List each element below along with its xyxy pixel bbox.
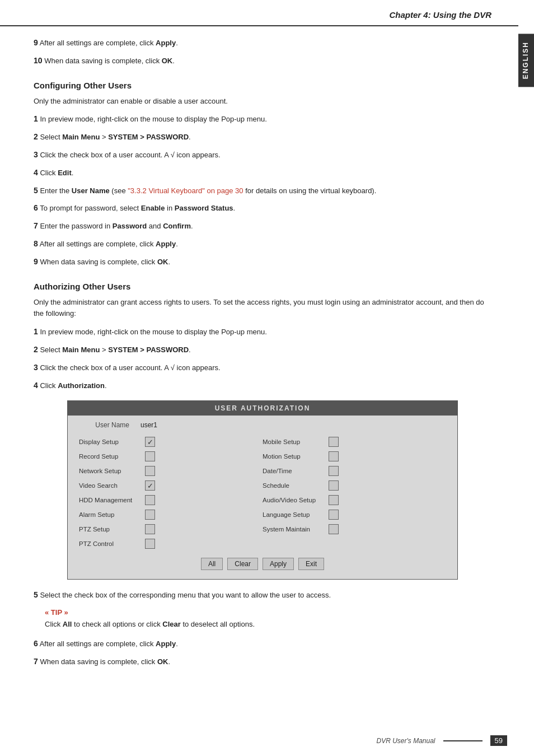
auth-username-row: User Name user1	[79, 421, 446, 429]
authorizing-heading: Authorizing Other Users	[34, 282, 491, 291]
authorizing-para: Only the administrator can grant access …	[34, 297, 491, 320]
config-step-2: 2 Select Main Menu > SYSTEM > PASSWORD.	[34, 130, 491, 143]
chapter-title: Chapter 4: Using the DVR	[389, 10, 491, 20]
checkbox-record-setup[interactable]	[145, 451, 155, 461]
auth-row-audio-video: Audio/Video Setup	[263, 493, 446, 507]
config-step-3: 3 Click the check box of a user account.…	[34, 148, 491, 161]
auth-apply-button[interactable]: Apply	[263, 558, 294, 570]
checkbox-alarm-setup[interactable]	[145, 510, 155, 520]
user-auth-dialog: USER AUTHORIZATION User Name user1 Displ…	[67, 400, 458, 580]
step-9-line: 9 After all settings are complete, click…	[34, 36, 491, 49]
auth-row-schedule: Schedule	[263, 478, 446, 493]
auth-row-hdd-mgmt: HDD Management	[79, 493, 263, 507]
auth-clear-button[interactable]: Clear	[227, 558, 258, 570]
tip-content: Click All to check all options or click …	[45, 619, 491, 631]
auth-dialog-body: User Name user1 Display Setup Record Set…	[68, 416, 457, 579]
checkbox-network-setup[interactable]	[145, 466, 155, 476]
auth-row-system-maintain: System Maintain	[263, 522, 446, 536]
auth-row-record-setup: Record Setup	[79, 449, 263, 464]
step-10-line: 10 When data saving is complete, click O…	[34, 54, 491, 67]
step-10-period: .	[172, 57, 175, 65]
config-step-7: 7 Enter the password in Password and Con…	[34, 220, 491, 232]
auth-all-button[interactable]: All	[201, 558, 223, 570]
auth-step-5: 5 Select the check box of the correspond…	[34, 589, 491, 601]
auth-username-label: User Name	[79, 421, 129, 429]
config-step-9: 9 When data saving is complete, click OK…	[34, 255, 491, 268]
auth-row-network-setup: Network Setup	[79, 464, 263, 478]
auth-dialog-title: USER AUTHORIZATION	[68, 401, 457, 416]
footer-title: DVR User's Manual	[377, 737, 435, 745]
auth-step-3: 3 Click the check box of a user account.…	[34, 361, 491, 374]
config-step-4: 4 Click Edit.	[34, 166, 491, 179]
step-9-bold: Apply	[156, 39, 176, 47]
checkbox-ptz-control[interactable]	[145, 539, 155, 549]
auth-row-motion-setup: Motion Setup	[263, 449, 446, 464]
checkbox-hdd-mgmt[interactable]	[145, 495, 155, 505]
step-9-period: .	[176, 39, 178, 47]
auth-step-1: 1 In preview mode, right-click on the mo…	[34, 325, 491, 338]
auth-row-alarm-setup: Alarm Setup	[79, 507, 263, 522]
config-step-1: 1 In preview mode, right-click on the mo…	[34, 113, 491, 125]
step-10-text: When data saving is complete, click	[44, 57, 162, 65]
tip-box: « TIP » Click All to check all options o…	[45, 608, 491, 631]
tip-header: « TIP »	[45, 608, 491, 617]
checkbox-display-setup[interactable]	[145, 437, 155, 447]
page-footer: DVR User's Manual 59	[377, 735, 507, 746]
checkbox-system-maintain[interactable]	[329, 524, 339, 534]
step-10-bold: OK	[162, 57, 173, 65]
checkbox-audio-video[interactable]	[329, 495, 339, 505]
step-9-num: 9	[34, 38, 38, 47]
page-container: ENGLISH Chapter 4: Using the DVR 9 After…	[0, 0, 534, 756]
config-step-6: 6 To prompt for password, select Enable …	[34, 202, 491, 214]
auth-step-4: 4 Click Authorization.	[34, 379, 491, 392]
checkbox-schedule[interactable]	[329, 480, 339, 491]
footer-rule	[443, 740, 483, 741]
configuring-para: Only the administrator can enable or dis…	[34, 96, 491, 108]
auth-left-col: Display Setup Record Setup Network Setup	[79, 435, 263, 551]
checkbox-ptz-setup[interactable]	[145, 524, 155, 534]
checkbox-motion-setup[interactable]	[329, 451, 339, 461]
auth-step-7: 7 When data saving is complete, click OK…	[34, 655, 491, 668]
auth-row-ptz-setup: PTZ Setup	[79, 522, 263, 536]
auth-dialog-buttons: All Clear Apply Exit	[79, 558, 446, 573]
auth-exit-button[interactable]: Exit	[298, 558, 324, 570]
configuring-heading: Configuring Other Users	[34, 81, 491, 90]
chapter-header: Chapter 4: Using the DVR	[0, 0, 518, 26]
footer-page-num: 59	[490, 735, 507, 746]
auth-row-mobile-setup: Mobile Setup	[263, 435, 446, 449]
step-9-text: After all settings are complete, click	[40, 39, 156, 47]
auth-row-video-search: Video Search	[79, 478, 263, 493]
auth-step-6: 6 After all settings are complete, click…	[34, 637, 491, 650]
step-10-num: 10	[34, 56, 43, 65]
side-tab-label: ENGLISH	[522, 41, 530, 79]
config-step-5: 5 Enter the User Name (see "3.3.2 Virtua…	[34, 184, 491, 197]
auth-permissions-grid: Display Setup Record Setup Network Setup	[79, 435, 446, 551]
auth-row-display-setup: Display Setup	[79, 435, 263, 449]
main-content: 9 After all settings are complete, click…	[0, 36, 518, 696]
auth-right-col: Mobile Setup Motion Setup Date/Time	[263, 435, 446, 551]
auth-row-language-setup: Language Setup	[263, 507, 446, 522]
auth-row-ptz-control: PTZ Control	[79, 536, 263, 551]
checkbox-mobile-setup[interactable]	[329, 437, 339, 447]
side-tab: ENGLISH	[518, 34, 534, 87]
auth-username-value: user1	[140, 421, 157, 429]
auth-step-2: 2 Select Main Menu > SYSTEM > PASSWORD.	[34, 343, 491, 356]
checkbox-video-search[interactable]	[145, 480, 155, 491]
config-step-8: 8 After all settings are complete, click…	[34, 237, 491, 250]
checkbox-language-setup[interactable]	[329, 510, 339, 520]
checkbox-datetime[interactable]	[329, 466, 339, 476]
auth-row-datetime: Date/Time	[263, 464, 446, 478]
